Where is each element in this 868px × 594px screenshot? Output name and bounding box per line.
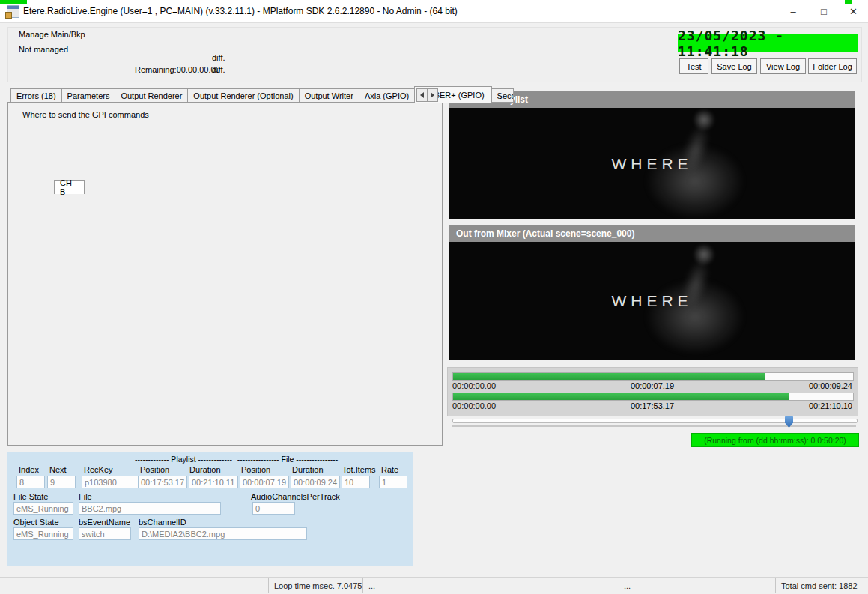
tab-scroll-left-icon[interactable] xyxy=(416,88,428,102)
app-icon xyxy=(7,5,19,18)
playlist-video-overlay-text: WHERE xyxy=(449,108,855,219)
status-dots-2: ... xyxy=(624,581,631,590)
file-field: BBC2.mpg xyxy=(79,502,221,515)
index-field: 8 xyxy=(16,476,45,488)
tab-parameters[interactable]: Parameters xyxy=(61,88,116,103)
save-log-button[interactable]: Save Log xyxy=(711,58,757,74)
running-from-banner: (Running from (dd hh:mm:ss): 0 0:50:20) xyxy=(691,433,859,447)
totitems-label: Tot.Items xyxy=(342,465,376,474)
playlist-progress-bar xyxy=(452,393,854,401)
event-name-field: switch xyxy=(79,527,131,540)
object-state-field: eMS_Running xyxy=(13,527,73,540)
playlist-duration-field: 00:21:10.11 xyxy=(189,476,238,488)
file-columns-header: ---------------- File ---------------- xyxy=(234,455,341,464)
file-progress-fill xyxy=(453,373,765,380)
ember-gpio-tab-page xyxy=(7,102,443,446)
reckey-field: p103980 xyxy=(82,476,139,488)
total-cmd-status: Total cmd sent: 1882 xyxy=(781,581,858,590)
file-duration-field: 00:00:09.24 xyxy=(291,476,340,488)
mixer-monitor-title: Out from Mixer (Actual scene=scene_000) xyxy=(456,228,634,239)
file-position-field: 00:00:07.19 xyxy=(240,476,289,488)
file-progress-bar xyxy=(452,372,854,381)
audio-channels-label: AudioChannelsPerTrack xyxy=(251,492,340,501)
file-duration-label: Duration xyxy=(292,465,324,474)
tab-axia-gpio[interactable]: Axia (GPIO) xyxy=(359,88,415,103)
playlist-duration-label: Duration xyxy=(189,465,221,474)
application-window: Etere.RadioLive.Engine (User=1 , PC=MAIN… xyxy=(0,0,868,594)
status-divider xyxy=(619,578,619,593)
status-bar xyxy=(0,577,868,594)
folder-log-button[interactable]: Folder Log xyxy=(808,58,857,74)
object-state-label: Object State xyxy=(13,518,59,527)
diff-top-label: diff. xyxy=(212,53,225,62)
channel-id-field: D:\MEDIA2\BBC2.mpg xyxy=(139,527,307,540)
index-label: Index xyxy=(19,465,39,474)
tab-errors[interactable]: Errors (18) xyxy=(10,88,62,103)
tab-scroll-right-icon[interactable] xyxy=(427,88,438,102)
view-log-button[interactable]: View Log xyxy=(760,58,806,74)
next-label: Next xyxy=(49,465,67,474)
status-dots-1: ... xyxy=(368,581,375,590)
rate-label: Rate xyxy=(381,465,398,474)
event-name-label: bsEventName xyxy=(79,518,130,527)
file-position-label: Position xyxy=(241,465,270,474)
mixer-monitor-header: Out from Mixer (Actual scene=scene_000) … xyxy=(449,225,855,242)
test-button[interactable]: Test xyxy=(679,58,708,74)
tab-output-renderer[interactable]: Output Renderer xyxy=(115,88,188,103)
green-strip-right xyxy=(845,0,852,4)
green-strip-left xyxy=(0,0,27,4)
totitems-field: 10 xyxy=(342,476,370,488)
tab-seco-truncated[interactable]: Seco xyxy=(491,88,514,103)
reckey-label: RecKey xyxy=(84,465,113,474)
gpi-commands-group-title: Where to send the GPI commands xyxy=(22,110,149,119)
playlist-position-label: Position xyxy=(140,465,169,474)
status-divider xyxy=(362,578,363,593)
status-divider xyxy=(775,578,776,593)
file-state-label: File State xyxy=(13,492,48,501)
loop-time-status: Loop time msec. 7.0475 xyxy=(274,581,362,590)
playlist-video-preview: WHERE xyxy=(449,108,855,219)
tab-output-writer[interactable]: Output Writer xyxy=(299,88,359,103)
mixer-video-overlay-text: WHERE xyxy=(449,242,855,360)
mixer-video-preview: WHERE xyxy=(449,242,855,360)
diff-bottom-label: diff. xyxy=(212,65,225,74)
maximize-button[interactable]: □ xyxy=(809,0,839,22)
seek-slider-track[interactable] xyxy=(452,419,858,423)
channel-tab-b[interactable]: CH-B xyxy=(54,180,85,194)
window-title: Etere.RadioLive.Engine (User=1 , PC=MAIN… xyxy=(23,6,458,16)
seek-slider-track-lower xyxy=(452,425,856,427)
title-bar: Etere.RadioLive.Engine (User=1 , PC=MAIN… xyxy=(0,0,868,23)
channel-id-label: bsChannelID xyxy=(139,518,186,527)
file-label: File xyxy=(79,492,92,501)
playlist-position-field: 00:17:53.17 xyxy=(138,476,187,488)
minimize-button[interactable]: – xyxy=(777,0,809,22)
audio-channels-field: 0 xyxy=(252,502,295,515)
manage-main-bkp-label: Manage Main/Bkp xyxy=(19,30,85,39)
remaining-label: Remaining:00.00.00.00 xyxy=(135,65,220,74)
file-progress-end: 00:00:09.24 xyxy=(452,381,852,390)
playlist-progress-end: 00:21:10.10 xyxy=(452,401,852,410)
managed-status-label: Not managed xyxy=(19,45,68,54)
playlist-progress-fill xyxy=(453,393,789,400)
next-field: 9 xyxy=(47,476,76,488)
tab-output-renderer-optional[interactable]: Output Renderer (Optional) xyxy=(187,88,299,103)
rate-field: 1 xyxy=(379,476,407,488)
playlist-columns-header: ------------- Playlist ------------- xyxy=(135,455,231,464)
file-state-field: eMS_Running xyxy=(13,502,73,515)
datetime-display: 23/05/2023 - 11:41:18 xyxy=(678,34,858,52)
status-divider xyxy=(268,578,269,593)
close-button[interactable]: ✕ xyxy=(839,0,868,22)
